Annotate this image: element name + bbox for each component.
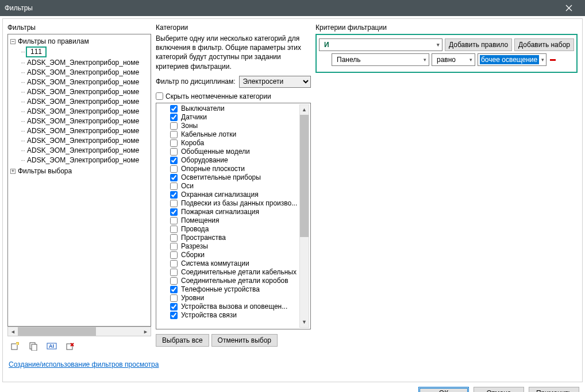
category-checkbox[interactable] — [170, 243, 178, 250]
tree-item[interactable]: ADSK_ЭОМ_Электроприбор_номе — [20, 97, 149, 107]
category-checkbox[interactable] — [170, 208, 178, 216]
category-checkbox[interactable] — [170, 294, 178, 302]
tree-item[interactable]: ADSK_ЭОМ_Электроприбор_номе — [20, 107, 149, 117]
category-checkbox[interactable] — [170, 174, 178, 181]
close-button[interactable] — [557, 0, 580, 16]
rule-value-select[interactable]: бочее освещение▾ — [478, 53, 546, 66]
rename-filter-icon[interactable]: AI — [47, 341, 57, 351]
add-set-button[interactable]: Добавить набор — [514, 38, 574, 51]
category-list[interactable]: ВыключателиДатчикиЗоныКабельные лоткиКор… — [156, 103, 311, 329]
category-item[interactable]: Выключатели — [157, 104, 309, 113]
category-item[interactable]: Помещения — [157, 216, 309, 225]
category-item[interactable]: Оборудование — [157, 156, 309, 165]
v-scrollbar[interactable]: ▲ ▼ — [299, 104, 309, 328]
category-item[interactable]: Устройства связи — [157, 311, 309, 320]
category-item[interactable]: Сборки — [157, 251, 309, 259]
category-checkbox[interactable] — [170, 226, 178, 233]
category-item[interactable]: Уровни — [157, 294, 309, 302]
category-item[interactable]: Оси — [157, 182, 309, 191]
category-label: Провода — [181, 225, 209, 234]
tree-item[interactable]: ADSK_ЭОМ_Электроприбор_номе — [20, 126, 149, 136]
category-item[interactable]: Устройства вызова и оповещен... — [157, 302, 309, 311]
discipline-select[interactable]: Электросети — [239, 76, 311, 88]
expand-icon[interactable]: + — [10, 169, 16, 174]
tree-item[interactable]: ADSK_ЭОМ_Электроприбор_номе — [20, 58, 149, 68]
scroll-thumb[interactable] — [18, 327, 96, 336]
scroll-left-icon[interactable]: ◄ — [8, 327, 18, 336]
delete-filter-icon[interactable] — [65, 341, 75, 351]
category-checkbox[interactable] — [170, 234, 178, 242]
tree-item-highlighted[interactable]: 111 — [20, 46, 149, 58]
ok-button[interactable]: ОК — [418, 387, 469, 392]
cancel-button[interactable]: Отмена — [474, 387, 524, 392]
scroll-down-icon[interactable]: ▼ — [300, 317, 309, 327]
help-link[interactable]: Создание/использование фильтров просмотр… — [9, 360, 159, 368]
category-checkbox[interactable] — [170, 165, 178, 173]
tree-root-rules[interactable]: − Фильтры по правилам — [9, 37, 149, 46]
category-checkbox[interactable] — [170, 114, 178, 121]
h-scrollbar[interactable]: ◄ ► — [7, 327, 151, 336]
hide-unchecked-checkbox[interactable] — [156, 92, 163, 100]
category-checkbox[interactable] — [170, 122, 178, 130]
category-checkbox[interactable] — [170, 277, 178, 285]
category-item[interactable]: Осветительные приборы — [157, 173, 309, 182]
category-item[interactable]: Датчики — [157, 113, 309, 122]
tree-item[interactable]: ADSK_ЭОМ_Электроприбор_номе — [20, 136, 149, 146]
chevron-down-icon: ▾ — [541, 57, 544, 63]
rule-operator-select[interactable]: равно▾ — [432, 53, 475, 66]
copy-filter-icon[interactable] — [28, 341, 39, 351]
category-checkbox[interactable] — [170, 286, 178, 293]
category-item[interactable]: Соединительные детали коробов — [157, 277, 309, 285]
category-item[interactable]: Зоны — [157, 122, 309, 130]
category-checkbox[interactable] — [170, 251, 178, 259]
category-checkbox[interactable] — [170, 260, 178, 267]
category-item[interactable]: Провода — [157, 225, 309, 234]
category-item[interactable]: Пожарная сигнализация — [157, 208, 309, 216]
select-all-button[interactable]: Выбрать все — [156, 334, 209, 347]
dialog-footer: ОК Отмена Применить — [0, 385, 585, 392]
deselect-all-button[interactable]: Отменить выбор — [211, 334, 278, 347]
filter-tree[interactable]: − Фильтры по правилам 111 ADSK_ЭОМ_Элект… — [7, 34, 151, 327]
category-checkbox[interactable] — [170, 217, 178, 224]
category-checkbox[interactable] — [170, 105, 178, 112]
tree-item[interactable]: ADSK_ЭОМ_Электроприбор_номе — [20, 117, 149, 126]
category-checkbox[interactable] — [170, 200, 178, 207]
category-item[interactable]: Пространства — [157, 234, 309, 242]
rule-field-select[interactable]: Панель▾ — [332, 53, 429, 66]
category-checkbox[interactable] — [170, 148, 178, 156]
add-rule-button[interactable]: Добавить правило — [445, 38, 512, 51]
category-item[interactable]: Подвески из базы данных произво... — [157, 199, 309, 208]
category-item[interactable]: Разрезы — [157, 242, 309, 251]
category-item[interactable]: Соединительные детали кабельных — [157, 268, 309, 277]
category-checkbox[interactable] — [170, 269, 178, 276]
tree-item[interactable]: ADSK_ЭОМ_Электроприбор_номе — [20, 68, 149, 77]
scroll-up-icon[interactable]: ▲ — [300, 105, 309, 115]
category-item[interactable]: Обобщенные модели — [157, 148, 309, 156]
tree-item[interactable]: ADSK_ЭОМ_Электроприбор_номе — [20, 156, 149, 165]
category-item[interactable]: Телефонные устройства — [157, 285, 309, 294]
category-checkbox[interactable] — [170, 139, 178, 147]
tree-item[interactable]: ADSK_ЭОМ_Электроприбор_номе — [20, 87, 149, 97]
remove-rule-button[interactable] — [549, 56, 557, 64]
logic-operator-select[interactable]: И▾ — [319, 38, 442, 51]
category-item[interactable]: Кабельные лотки — [157, 130, 309, 139]
tree-root-selection[interactable]: + Фильтры выбора — [9, 166, 149, 176]
apply-button[interactable]: Применить — [529, 387, 579, 392]
category-checkbox[interactable] — [170, 303, 178, 311]
new-filter-icon[interactable] — [10, 341, 20, 351]
chevron-down-icon: ▾ — [469, 57, 472, 63]
v-scroll-thumb[interactable] — [300, 115, 309, 237]
collapse-icon[interactable]: − — [10, 39, 16, 44]
tree-item[interactable]: ADSK_ЭОМ_Электроприбор_номе — [20, 77, 149, 87]
tree-item[interactable]: ADSK_ЭОМ_Электроприбор_номе — [20, 146, 149, 156]
category-checkbox[interactable] — [170, 312, 178, 319]
category-checkbox[interactable] — [170, 183, 178, 190]
category-checkbox[interactable] — [170, 131, 178, 138]
category-item[interactable]: Охранная сигнализация — [157, 191, 309, 199]
category-checkbox[interactable] — [170, 191, 178, 199]
category-checkbox[interactable] — [170, 157, 178, 164]
scroll-right-icon[interactable]: ► — [141, 327, 151, 336]
category-item[interactable]: Система коммутации — [157, 259, 309, 268]
category-item[interactable]: Короба — [157, 139, 309, 148]
category-item[interactable]: Опорные плоскости — [157, 165, 309, 173]
